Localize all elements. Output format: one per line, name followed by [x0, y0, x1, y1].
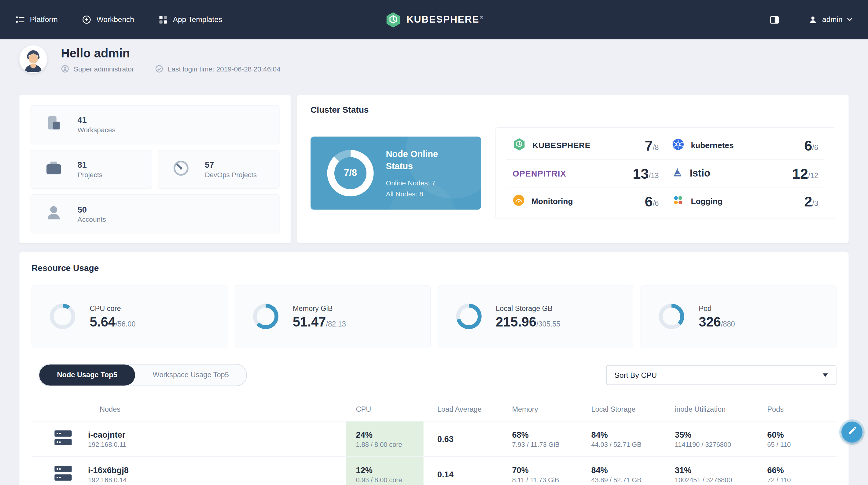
stat-value: 41	[78, 115, 116, 125]
all-nodes: All Nodes: 8	[386, 190, 452, 198]
node-online-donut: 7/8	[327, 150, 373, 196]
inode-cell: 35% 1141190 / 3276800	[675, 429, 767, 448]
component-name: Monitoring	[531, 197, 573, 206]
col-header-load: Load Average	[424, 405, 512, 413]
last-login: Last login time: 2019-06-28 23:46:04	[168, 65, 281, 73]
nav-workbench[interactable]: Workbench	[82, 15, 134, 25]
node-name: i-16x6bgj8	[88, 465, 129, 474]
cpu-detail: 1.88 / 8.00 core	[356, 441, 424, 448]
kubesphere-logo[interactable]: KUBESPHERE®	[385, 11, 483, 28]
nav-right: admin	[770, 15, 852, 25]
component-value: 6	[804, 138, 812, 152]
stats-grid: 41 Workspaces 81 Projects	[31, 105, 280, 233]
gauge-value: 5.64	[90, 315, 116, 328]
stat-workspaces[interactable]: 41 Workspaces	[31, 105, 280, 144]
edit-fab-button[interactable]	[841, 421, 863, 443]
load-average: 0.63	[424, 434, 512, 444]
col-header-cpu: CPU	[346, 405, 424, 413]
pods-cell: 66% 72 / 110	[767, 465, 836, 484]
node-icon	[54, 429, 73, 448]
brand-text: KUBESPHERE®	[406, 14, 483, 25]
sort-select-value: Sort By CPU	[614, 371, 657, 379]
node-name: i-caojnter	[88, 429, 126, 439]
user-role: Super administrator	[74, 65, 134, 73]
memory-detail: 8.11 / 11.73 GiB	[512, 476, 591, 484]
user-menu[interactable]: admin	[808, 15, 853, 25]
component-total: /12	[808, 171, 818, 180]
memory-detail: 7.93 / 11.73 GiB	[512, 441, 591, 448]
gauge-label: Memory GiB	[293, 304, 346, 313]
cpu-cell: 12% 0.93 / 8.00 core	[346, 457, 424, 485]
memory-donut	[253, 303, 278, 329]
stat-value: 50	[78, 205, 106, 214]
component-name: kubernetes	[691, 141, 734, 150]
usage-tabs: Node Usage Top5 Workspace Usage Top5	[39, 364, 247, 386]
stat-accounts[interactable]: 50 Accounts	[31, 194, 280, 233]
node-icon	[54, 465, 73, 484]
nav-workbench-label: Workbench	[97, 15, 134, 24]
col-header-nodes: Nodes	[31, 405, 346, 413]
table-row[interactable]: i-16x6bgj8 192.168.0.14 12% 0.93 / 8.00 …	[31, 456, 837, 485]
accounts-icon	[44, 203, 63, 224]
page-header: Hello admin Super administrator Last log…	[0, 39, 868, 81]
stat-projects[interactable]: 81 Projects	[31, 150, 152, 189]
gauges-row: CPU core 5.64/56.00 Memory GiB 51.47/82.…	[31, 286, 837, 348]
gauge-value: 51.47	[293, 315, 326, 328]
component-kubernetes: kubernetes 6/6	[665, 131, 825, 160]
component-name: Istio	[690, 168, 710, 180]
component-istio: Istio 12/12	[665, 160, 825, 188]
registered-mark: ®	[480, 15, 483, 20]
nav-app-templates[interactable]: App Templates	[159, 15, 222, 25]
component-value: 7	[645, 138, 653, 152]
node-online-ratio: 7/8	[327, 150, 373, 196]
cluster-status-title: Cluster Status	[311, 105, 835, 115]
col-header-storage: Local Storage	[591, 405, 675, 413]
storage-cell: 84% 44.03 / 52.71 GB	[591, 429, 675, 448]
storage-detail: 44.03 / 52.71 GB	[591, 441, 675, 448]
inode-percent: 35%	[675, 429, 767, 439]
user-name: admin	[822, 15, 843, 24]
online-nodes: Online Nodes: 7	[386, 179, 452, 187]
tab-workspace-usage[interactable]: Workspace Usage Top5	[135, 365, 247, 386]
table-row[interactable]: i-caojnter 192.168.0.11 24% 1.88 / 8.00 …	[31, 421, 837, 456]
resource-usage-card: Resource Usage CPU core 5.64/56.00 Memor…	[19, 252, 848, 485]
gauge-total: /82.13	[326, 320, 346, 328]
gauge-value: 326	[699, 315, 721, 328]
nav-platform-label: Platform	[30, 15, 58, 24]
sort-select[interactable]: Sort By CPU	[606, 365, 836, 385]
stat-label: Workspaces	[78, 126, 116, 134]
cpu-donut	[50, 303, 75, 329]
projects-icon	[44, 159, 63, 180]
pods-detail: 65 / 110	[767, 441, 836, 448]
stat-label: DevOps Projects	[205, 171, 257, 179]
storage-detail: 43.89 / 52.71 GB	[591, 476, 675, 484]
col-header-memory: Memory	[512, 405, 591, 413]
header-meta: Super administrator Last login time: 201…	[61, 65, 281, 73]
inode-cell: 31% 1002451 / 3276800	[675, 465, 767, 484]
nav-platform[interactable]: Platform	[16, 15, 58, 25]
stat-value: 57	[205, 160, 257, 169]
overview-row: 41 Workspaces 81 Projects	[19, 95, 848, 244]
tab-node-usage[interactable]: Node Usage Top5	[39, 365, 135, 386]
stat-devops-projects[interactable]: 57 DevOps Projects	[158, 150, 279, 189]
stat-label: Accounts	[78, 216, 106, 223]
memory-cell: 68% 7.93 / 11.73 GiB	[512, 429, 591, 448]
node-usage-table: Nodes CPU Load Average Memory Local Stor…	[31, 405, 837, 485]
gauge-local-storage: Local Storage GB 215.96/305.55	[438, 286, 633, 348]
layout-toggle-icon[interactable]	[770, 15, 780, 25]
storage-percent: 84%	[591, 465, 675, 474]
component-total: /6	[812, 143, 818, 151]
role-badge-icon	[61, 65, 69, 73]
nav-app-templates-label: App Templates	[173, 15, 222, 24]
storage-cell: 84% 43.89 / 52.71 GB	[591, 465, 675, 484]
cpu-cell: 24% 1.88 / 8.00 core	[346, 421, 424, 456]
component-kubesphere: KUBESPHERE 7/8	[506, 131, 665, 160]
component-openpitrix: OPENPITRIX 13/13	[506, 160, 665, 188]
cluster-status-card: Cluster Status 7/8 Node Online Status On…	[298, 95, 849, 244]
component-monitoring: Monitoring 6/6	[506, 188, 665, 215]
kubesphere-console: Platform Workbench App Templates KUBESPH…	[0, 0, 868, 485]
node-ip: 192.168.0.14	[88, 476, 129, 484]
gauge-total: /305.55	[536, 320, 561, 328]
avatar	[19, 45, 47, 73]
header-texts: Hello admin Super administrator Last log…	[61, 45, 281, 73]
